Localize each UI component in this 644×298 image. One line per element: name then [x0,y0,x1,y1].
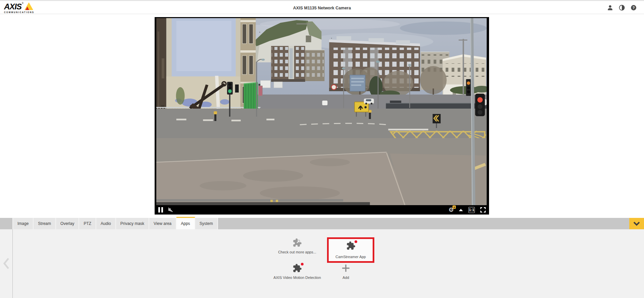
auto-badge: A [452,205,456,209]
contrast-button[interactable] [618,4,626,12]
help-button[interactable]: ? [630,4,637,12]
notification-dot [355,240,357,243]
stream-settings-button[interactable]: ⚙ A [447,206,455,214]
apps-panel: Check out more apps... CamStreamer App A… [0,229,644,298]
tab-stream[interactable]: Stream [34,218,56,229]
puzzle-icon [292,263,302,273]
pause-icon [158,207,160,213]
tab-apps[interactable]: Apps [176,217,195,229]
pixel-ratio-button[interactable]: 1:1 [468,207,475,213]
panel-prev-button[interactable] [2,257,11,271]
mute-button[interactable] [166,206,174,214]
app-item-camstreamer[interactable]: CamStreamer App [327,237,374,263]
tab-strip: Image Stream Overlay PTZ Audio Privacy m… [12,218,218,230]
fullscreen-button[interactable] [480,207,486,213]
app-item-label: Add [342,275,349,280]
tab-overlay[interactable]: Overlay [56,218,79,229]
app-item-label: CamStreamer App [335,254,366,259]
chevron-left-icon [3,257,10,270]
user-button[interactable] [606,4,614,12]
panel-divider [12,229,13,298]
triangle-up-icon [459,209,463,211]
puzzle-external-icon [292,238,302,247]
tab-view-area[interactable]: View area [149,218,176,229]
tab-ptz[interactable]: PTZ [79,218,96,229]
pause-button[interactable] [158,207,164,213]
tab-privacy-mask[interactable]: Privacy mask [116,218,149,229]
user-icon [607,4,613,11]
camera-web-ui: AXIS ® COMMUNICATIONS AXIS M1135 Network… [0,0,644,298]
video-controls: ⚙ A 1:1 [155,205,489,215]
help-icon: ? [630,4,637,11]
tab-bar: Image Stream Overlay PTZ Audio Privacy m… [0,218,644,229]
camera-live-view [156,18,487,205]
tab-audio[interactable]: Audio [96,218,116,229]
expand-tabs-button[interactable] [629,218,644,229]
chevron-down-icon [632,220,641,227]
puzzle-icon [346,241,356,250]
app-header: AXIS ® COMMUNICATIONS AXIS M1135 Network… [0,0,644,14]
volume-muted-icon [167,207,173,213]
header-actions: ? [606,1,637,15]
page-title: AXIS M1135 Network Camera [0,1,644,15]
app-item-axis-video-motion-detection[interactable]: AXIS Video Motion Detection [272,263,322,280]
contrast-icon [619,4,625,11]
video-player: ⚙ A 1:1 [155,17,489,215]
plus-icon [341,263,351,273]
help-glyph: ? [633,6,635,10]
fullscreen-icon [480,207,486,213]
tab-image[interactable]: Image [12,218,34,229]
expand-controls-button[interactable] [458,207,464,212]
app-item-label: Check out more apps... [278,250,316,254]
app-item-label: AXIS Video Motion Detection [273,275,321,280]
app-item-check-out-more-apps[interactable]: Check out more apps... [274,238,321,254]
tab-system[interactable]: System [195,218,218,229]
notification-dot [301,263,304,265]
app-item-add[interactable]: Add [324,263,368,280]
